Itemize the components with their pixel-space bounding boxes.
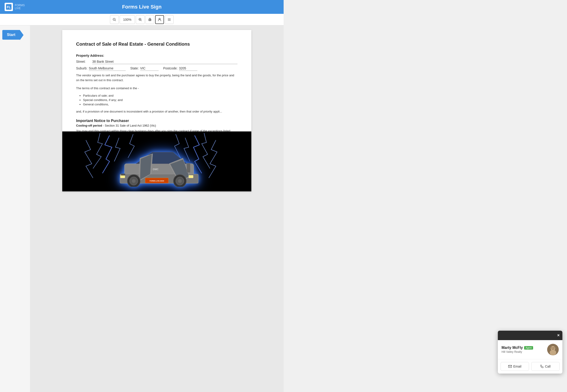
svg-rect-30 bbox=[120, 175, 125, 178]
document-title: Contract of Sale of Real Estate - Genera… bbox=[76, 42, 237, 47]
main-layout: Start Contract of Sale of Real Estate - … bbox=[0, 25, 284, 392]
logo-icon: FL bbox=[5, 3, 13, 11]
property-address-heading: Property Address: bbox=[76, 54, 237, 57]
state-field: State: VIC bbox=[130, 66, 159, 71]
svg-point-29 bbox=[178, 179, 182, 183]
suburb-value: South Melbourne bbox=[89, 66, 126, 71]
svg-text:FL: FL bbox=[7, 5, 11, 9]
document-area: Contract of Sale of Real Estate - Genera… bbox=[30, 25, 284, 392]
suburb-label: Suburb: bbox=[76, 66, 87, 70]
street-value: 38 Bank Street bbox=[92, 60, 237, 64]
svg-line-8 bbox=[141, 20, 142, 21]
svg-rect-35 bbox=[187, 163, 190, 172]
street-label: Street: bbox=[76, 60, 92, 63]
body-text-1: The vendor agrees to sell and the purcha… bbox=[76, 73, 237, 83]
zoom-out-button[interactable] bbox=[110, 15, 119, 24]
svg-rect-36 bbox=[121, 174, 125, 175]
start-button[interactable]: Start bbox=[2, 30, 20, 40]
svg-text:DMC: DMC bbox=[153, 168, 158, 171]
suburb-state-postcode-row: Suburb: South Melbourne State: VIC Postc… bbox=[76, 66, 237, 71]
cooling-off-sub: - Section 31 Sale of Land Act 1962 (Vic) bbox=[103, 124, 156, 127]
menu-button[interactable] bbox=[165, 15, 174, 24]
state-value: VIC bbox=[140, 66, 159, 71]
delorean-car: DMC FORMS-LIVE-SIGN bbox=[113, 136, 201, 187]
sidebar: Start bbox=[0, 25, 30, 392]
cooling-off-heading: Cooling-off period - Section 31 Sale of … bbox=[76, 124, 237, 127]
svg-point-26 bbox=[132, 179, 136, 183]
svg-rect-31 bbox=[189, 175, 193, 178]
print-button[interactable] bbox=[146, 15, 154, 24]
logo-text: FORMS LIVE bbox=[15, 4, 25, 10]
header-title: Forms Live Sign bbox=[122, 4, 161, 10]
bullet-list: Particulars of sale; and Special conditi… bbox=[76, 94, 237, 106]
postcode-label: Postcode: bbox=[163, 66, 178, 70]
svg-line-4 bbox=[115, 20, 116, 21]
body-text-3: and, if a provision of one document is i… bbox=[76, 109, 237, 114]
postcode-field: Postcode: 3205 bbox=[163, 66, 197, 71]
svg-rect-11 bbox=[149, 20, 151, 21]
zoom-level: 100% bbox=[120, 15, 135, 24]
important-notice-heading: Important Notice to Purchaser bbox=[76, 119, 237, 123]
car-section: DMC FORMS-LIVE-SIGN bbox=[62, 131, 251, 191]
body-text-2: The terms of this contract are contained… bbox=[76, 86, 237, 91]
svg-point-12 bbox=[150, 19, 151, 20]
svg-text:FORMS-LIVE-SIGN: FORMS-LIVE-SIGN bbox=[150, 180, 164, 182]
document-page: Contract of Sale of Real Estate - Genera… bbox=[62, 30, 251, 191]
list-item: Particulars of sale; and bbox=[83, 94, 237, 97]
toolbar: 100% bbox=[0, 14, 284, 25]
list-item: General conditions, bbox=[83, 103, 237, 106]
user-button[interactable] bbox=[155, 15, 164, 24]
zoom-in-button[interactable] bbox=[136, 15, 145, 24]
suburb-field: Suburb: South Melbourne bbox=[76, 66, 126, 71]
logo: FL FORMS LIVE bbox=[5, 3, 25, 11]
street-field-row: Street: 38 Bank Street bbox=[76, 60, 237, 64]
list-item: Special conditions, if any; and bbox=[83, 98, 237, 102]
app-header: FL FORMS LIVE Forms Live Sign bbox=[0, 0, 284, 14]
postcode-value: 3205 bbox=[179, 66, 197, 71]
svg-point-13 bbox=[159, 18, 160, 20]
svg-rect-10 bbox=[149, 18, 151, 19]
state-label: State: bbox=[130, 66, 139, 70]
